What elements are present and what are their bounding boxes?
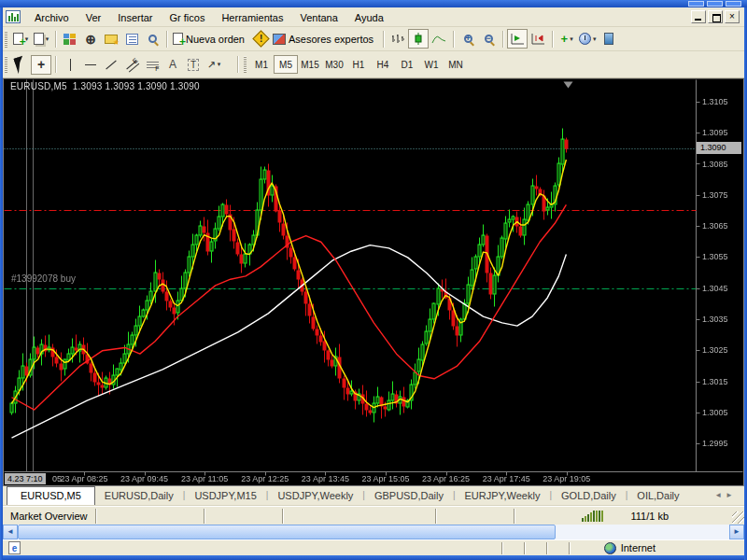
new-chart-button[interactable]: +▾ [10, 29, 31, 49]
time-axis-tick: 23 Apr 16:25 [422, 474, 470, 483]
chart-shift-button[interactable] [528, 29, 548, 49]
chart-minimize-button[interactable] [691, 10, 706, 23]
chart-tab-usdjpy-weekly[interactable]: USDJPY,Weekly [268, 486, 362, 505]
new-order-button[interactable]: +Nueva orden [171, 29, 250, 49]
time-axis-tick: 23 Apr 08:25 [60, 474, 107, 483]
navigator-button[interactable]: ⊕ [80, 29, 101, 49]
window-border-left [0, 0, 3, 560]
timeframe-w1[interactable]: W1 [419, 55, 444, 74]
tab-scroll-right-icon: ► [726, 491, 737, 499]
price-axis-tick: 1.3055 [702, 252, 728, 261]
menu-ventana[interactable]: Ventana [291, 9, 345, 26]
chart-tab-usdjpy-m15[interactable]: USDJPY,M15 [185, 486, 265, 505]
data-window-button[interactable] [121, 29, 142, 49]
menu-gr-ficos[interactable]: Gr ficos [162, 9, 214, 26]
favorites-button[interactable] [101, 29, 121, 49]
toolbar-grip[interactable] [5, 56, 7, 73]
favorites-folder-icon [105, 35, 118, 44]
indicators-button[interactable]: +▾ [557, 29, 577, 49]
titlebar-close-button[interactable] [726, 1, 741, 7]
chart-window-icon [6, 10, 21, 23]
toolbar-separator [502, 31, 503, 48]
menu-ver[interactable]: Ver [78, 9, 110, 26]
market-watch-button[interactable] [60, 29, 80, 49]
timeframe-mn[interactable]: MN [444, 55, 468, 74]
scroll-right-button[interactable]: ► [729, 525, 744, 539]
toolbar-separator [237, 56, 238, 73]
window-titlebar[interactable] [0, 0, 747, 7]
cursor-button[interactable] [10, 55, 31, 75]
new-order-label: Nueva orden [186, 34, 245, 45]
profiles-button[interactable]: ▾ [31, 29, 51, 49]
channel-button[interactable] [121, 55, 142, 75]
taskbar-edge [0, 555, 747, 560]
zoom-in-button[interactable]: + [458, 29, 478, 49]
strategy-tester-button[interactable] [142, 29, 162, 49]
candlestick-mode-button[interactable] [408, 29, 429, 49]
menu-archivo[interactable]: Archivo [26, 9, 78, 26]
text-label-button[interactable]: T [183, 55, 204, 75]
timeframe-m5[interactable]: M5 [274, 55, 298, 74]
toolbar-grip[interactable] [244, 56, 247, 73]
toolbar-grip[interactable] [5, 31, 7, 48]
timeframe-m15[interactable]: M15 [298, 55, 322, 74]
horizontal-scrollbar[interactable]: ◄ ► [3, 525, 744, 539]
price-axis-tick: 1.3005 [702, 408, 728, 417]
chart-close-button[interactable]: × [725, 10, 740, 23]
line-chart-mode-button[interactable] [429, 29, 449, 49]
expert-advisors-button[interactable]: Asesores expertos [271, 29, 379, 49]
crosshair-target-icon: ⊕ [85, 32, 96, 47]
menu-items: ArchivoVerInsertarGr ficosHerramientasVe… [26, 8, 392, 25]
trendline-button[interactable] [101, 55, 121, 75]
menu-insertar[interactable]: Insertar [109, 9, 161, 26]
chart-tab-eurjpy-weekly[interactable]: EURJPY,Weekly [456, 486, 550, 505]
periods-button[interactable]: ▾ [577, 29, 599, 49]
fibonacci-button[interactable] [142, 55, 162, 75]
status-connection-cell: 111/1 kb [514, 509, 744, 524]
timeframe-m1[interactable]: M1 [249, 55, 274, 74]
chart-tab-gbpusd-daily[interactable]: GBPUSD,Daily [365, 486, 453, 505]
time-axis-tick: 23 Apr 13:45 [302, 474, 349, 483]
new-chart-icon: + [13, 33, 23, 45]
chart-symbol-ohlc-label: EURUSD,M5 1.3093 1.3093 1.3090 1.3090 [10, 81, 200, 91]
time-axis-tick: 23 Apr 19:05 [543, 474, 590, 483]
titlebar-minimize-button[interactable] [688, 1, 704, 7]
vertical-line-button[interactable] [60, 55, 80, 75]
timeframe-m30[interactable]: M30 [322, 55, 346, 74]
scrollbar-track[interactable] [556, 525, 729, 539]
templates-button[interactable] [599, 29, 619, 49]
equidistant-channel-icon [126, 60, 136, 69]
zoom-out-button[interactable]: − [478, 29, 499, 49]
menu-ayuda[interactable]: Ayuda [346, 9, 392, 26]
text-button[interactable]: A [162, 55, 183, 75]
price-axis-tick: 1.3075 [702, 190, 728, 200]
timeframe-h4[interactable]: H4 [371, 55, 395, 74]
toolbar-separator [552, 31, 553, 48]
chart-tab-eurusd-m5[interactable]: EURUSD,M5 [7, 486, 95, 505]
chart-tab-eurusd-daily[interactable]: EURUSD,Daily [95, 486, 183, 505]
menu-herramientas[interactable]: Herramientas [213, 9, 291, 26]
chart-tab-oil-daily[interactable]: OIL,Daily [627, 486, 688, 505]
timeframe-h1[interactable]: H1 [346, 55, 371, 74]
scrollbar-thumb[interactable] [18, 525, 556, 539]
tab-scroll-arrows[interactable]: ◄► [707, 486, 744, 505]
browser-page-icon: e [8, 541, 21, 554]
status-left-label: Market Overview [3, 511, 95, 522]
timeframe-d1[interactable]: D1 [395, 55, 419, 74]
trendline-icon [106, 60, 116, 69]
alerts-button[interactable]: ! [250, 29, 271, 49]
resize-grip[interactable] [732, 511, 744, 524]
fibonacci-icon [147, 60, 159, 70]
auto-scroll-icon [511, 33, 525, 45]
bar-chart-mode-button[interactable] [388, 29, 408, 49]
chart-restore-button[interactable] [708, 10, 723, 23]
crosshair-button[interactable]: + [31, 55, 51, 75]
arrows-button[interactable]: ↗▾ [204, 55, 224, 75]
titlebar-restore-button[interactable] [707, 1, 723, 7]
scroll-left-button[interactable]: ◄ [3, 525, 18, 539]
chart-tab-gold-daily[interactable]: GOLD,Daily [552, 486, 626, 505]
vertical-line-icon [70, 59, 71, 71]
horizontal-line-button[interactable] [80, 55, 101, 75]
price-chart-canvas[interactable] [4, 79, 743, 485]
auto-scroll-button[interactable] [507, 29, 528, 49]
